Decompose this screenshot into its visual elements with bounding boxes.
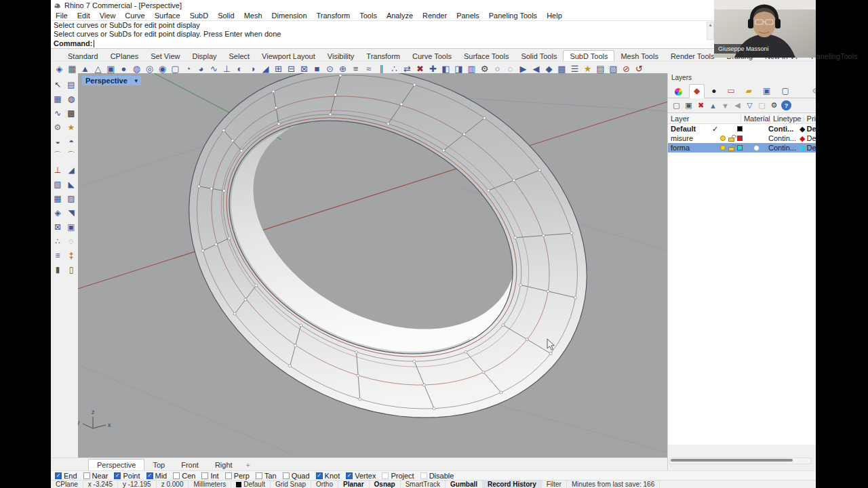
control-point[interactable] bbox=[255, 284, 258, 287]
osnap-perp[interactable]: Perp bbox=[225, 472, 250, 480]
status-planar[interactable]: Planar bbox=[338, 481, 370, 488]
osnap-tan[interactable]: Tan bbox=[256, 472, 277, 480]
control-point[interactable] bbox=[538, 169, 541, 171]
menu-dimension[interactable]: Dimension bbox=[267, 12, 312, 20]
help-icon[interactable]: ? bbox=[781, 100, 791, 110]
status-y-12-195[interactable]: y -12.195 bbox=[118, 481, 157, 488]
layer-print-color[interactable]: ◆De bbox=[800, 144, 816, 152]
osnap-disable[interactable]: Disable bbox=[420, 472, 454, 480]
object-visibility-icon[interactable]: ◍ bbox=[65, 93, 77, 104]
layer-print-color[interactable]: ◆De bbox=[800, 125, 816, 134]
viewport-tab-front[interactable]: Front bbox=[173, 460, 207, 470]
notes-tab-icon[interactable]: ▭ bbox=[723, 85, 738, 98]
status-default[interactable]: Default bbox=[231, 481, 271, 488]
toolbar-tab-subd-tools[interactable]: SubD Tools bbox=[563, 50, 614, 61]
move-down-icon[interactable]: ▼ bbox=[720, 100, 730, 110]
layer-lock-icon[interactable] bbox=[727, 135, 735, 142]
scrollbar-thumb[interactable] bbox=[671, 459, 793, 462]
control-point[interactable] bbox=[547, 290, 549, 293]
perspective-viewport[interactable]: zxy Perspective ▼ bbox=[78, 73, 668, 458]
viewport-tab-right[interactable]: Right bbox=[207, 460, 241, 470]
point-edit-icon[interactable]: ◈ bbox=[52, 207, 64, 218]
offset-surface-icon[interactable]: ◢ bbox=[65, 164, 77, 176]
control-point[interactable] bbox=[294, 344, 297, 347]
control-point[interactable] bbox=[413, 360, 416, 363]
control-point[interactable] bbox=[400, 103, 403, 106]
checkbox-cen[interactable] bbox=[173, 472, 180, 479]
notebook-icon[interactable]: ▤ bbox=[65, 79, 77, 90]
layer-row-Default[interactable]: Default✓Conti...◆De bbox=[668, 124, 816, 134]
toolbar-tab-select[interactable]: Select bbox=[223, 51, 256, 61]
menu-view[interactable]: View bbox=[95, 12, 121, 20]
control-point[interactable] bbox=[549, 352, 552, 355]
copy-layer-icon[interactable]: ▣ bbox=[684, 100, 694, 110]
checkbox-quad[interactable] bbox=[283, 472, 290, 479]
status-minutes-from-last-save-166[interactable]: Minutes from last save: 166 bbox=[567, 481, 660, 488]
viewport-title-dropdown[interactable]: ▼ bbox=[132, 76, 141, 85]
toolbar-tab-solid-tools[interactable]: Solid Tools bbox=[515, 51, 563, 61]
explode-icon[interactable]: ★ bbox=[65, 121, 77, 133]
menu-subd[interactable]: SubD bbox=[185, 12, 214, 20]
layer-row-forma[interactable]: formaContin...◆De bbox=[668, 143, 816, 152]
checkbox-int[interactable] bbox=[201, 472, 208, 479]
status-osnap[interactable]: Osnap bbox=[370, 481, 401, 488]
named-views-tab-icon[interactable]: ▣ bbox=[759, 85, 774, 98]
checkbox-disable[interactable] bbox=[420, 472, 427, 479]
control-point[interactable] bbox=[513, 179, 515, 182]
layer-print-color[interactable]: ◆Def bbox=[800, 134, 816, 143]
new-viewport-button[interactable]: + bbox=[241, 461, 256, 469]
menu-tools[interactable]: Tools bbox=[355, 12, 382, 20]
arc-handle-icon[interactable]: ⌒ bbox=[65, 150, 77, 161]
surface-bend-icon[interactable]: ◒ bbox=[52, 136, 64, 147]
dots-circle-icon[interactable]: ◌ bbox=[65, 235, 77, 247]
control-point[interactable] bbox=[244, 298, 247, 301]
control-point[interactable] bbox=[277, 123, 280, 125]
status-smarttrack[interactable]: SmartTrack bbox=[401, 481, 446, 488]
layer-color-swatch[interactable] bbox=[735, 126, 744, 131]
control-point[interactable] bbox=[574, 296, 577, 299]
menu-render[interactable]: Render bbox=[418, 12, 452, 20]
display-properties-tab-icon[interactable] bbox=[671, 87, 686, 98]
surface-dark-icon[interactable]: ▩ bbox=[65, 107, 77, 119]
new-layer-icon[interactable]: ▢ bbox=[671, 100, 682, 110]
control-point[interactable] bbox=[519, 283, 522, 286]
column-header-layer[interactable]: Layer bbox=[668, 115, 741, 123]
osnap-knot[interactable]: ✓Knot bbox=[316, 472, 340, 480]
checkbox-perp[interactable] bbox=[225, 472, 232, 479]
layer-visibility-bulb-icon[interactable] bbox=[719, 145, 727, 150]
delete-layer-icon[interactable]: ✖ bbox=[696, 100, 706, 110]
layers-horizontal-scrollbar[interactable] bbox=[669, 458, 812, 464]
osnap-point[interactable]: ✓Point bbox=[114, 472, 140, 480]
control-point[interactable] bbox=[487, 189, 490, 192]
control-point[interactable] bbox=[357, 374, 359, 377]
control-point[interactable] bbox=[329, 113, 332, 116]
arc-blend-icon[interactable]: ⌒ bbox=[52, 150, 64, 161]
menu-edit[interactable]: Edit bbox=[73, 12, 95, 20]
command-area[interactable]: Select curves or SubDs for edit point di… bbox=[51, 21, 816, 49]
checkbox-near[interactable] bbox=[83, 472, 90, 479]
control-point[interactable] bbox=[413, 83, 416, 86]
control-point[interactable] bbox=[355, 350, 358, 353]
viewport-canvas[interactable]: zxy bbox=[78, 73, 668, 458]
column-header-pri[interactable]: Pri bbox=[804, 115, 816, 123]
osnap-end[interactable]: ✓End bbox=[55, 472, 77, 480]
control-point[interactable] bbox=[334, 94, 336, 96]
layer-lock-icon[interactable] bbox=[727, 144, 735, 151]
control-point[interactable] bbox=[339, 74, 342, 77]
dots-grid-icon[interactable]: ∴ bbox=[52, 235, 64, 247]
chain-links-icon[interactable]: ‡ bbox=[65, 249, 77, 261]
control-point[interactable] bbox=[500, 391, 502, 394]
viewport-title-label[interactable]: Perspective bbox=[82, 76, 131, 85]
column-header-material[interactable]: Material bbox=[741, 115, 770, 123]
control-point[interactable] bbox=[228, 237, 231, 239]
stairs-icon[interactable]: ≡ bbox=[52, 249, 64, 261]
lock-closed-icon[interactable]: ▮ bbox=[52, 264, 64, 275]
control-box-icon[interactable]: ⊠ bbox=[52, 221, 64, 232]
control-point[interactable] bbox=[197, 185, 200, 188]
control-point[interactable] bbox=[222, 129, 225, 131]
status-cplane[interactable]: CPlane bbox=[51, 481, 83, 488]
control-point[interactable] bbox=[300, 324, 302, 327]
control-point[interactable] bbox=[359, 398, 361, 401]
menu-curve[interactable]: Curve bbox=[120, 12, 149, 20]
control-point[interactable] bbox=[387, 123, 389, 125]
